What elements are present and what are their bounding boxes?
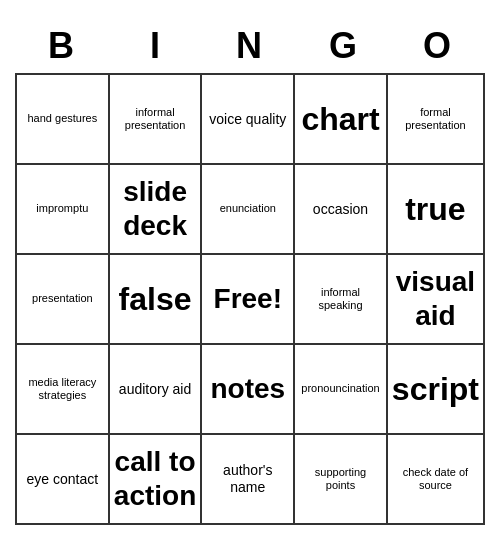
header-letter: O — [391, 19, 485, 73]
bingo-cell: true — [388, 165, 485, 255]
cell-text: visual aid — [392, 265, 479, 332]
cell-text: media literacy strategies — [21, 376, 104, 402]
cell-text: script — [392, 370, 479, 408]
bingo-cell: author's name — [202, 435, 295, 525]
cell-text: informal speaking — [299, 286, 382, 312]
bingo-cell: slide deck — [110, 165, 203, 255]
cell-text: enunciation — [220, 202, 276, 215]
cell-text: notes — [210, 372, 285, 406]
bingo-cell: formal presentation — [388, 75, 485, 165]
bingo-cell: chart — [295, 75, 388, 165]
bingo-cell: visual aid — [388, 255, 485, 345]
bingo-cell: check date of source — [388, 435, 485, 525]
bingo-grid: hand gesturesinformal presentationvoice … — [15, 73, 485, 525]
cell-text: eye contact — [27, 471, 99, 488]
cell-text: informal presentation — [114, 106, 197, 132]
bingo-cell: script — [388, 345, 485, 435]
bingo-cell: false — [110, 255, 203, 345]
cell-text: supporting points — [299, 466, 382, 492]
bingo-cell: media literacy strategies — [17, 345, 110, 435]
cell-text: hand gestures — [27, 112, 97, 125]
bingo-cell: auditory aid — [110, 345, 203, 435]
bingo-cell: eye contact — [17, 435, 110, 525]
bingo-cell: supporting points — [295, 435, 388, 525]
cell-text: presentation — [32, 292, 93, 305]
header-letter: G — [297, 19, 391, 73]
cell-text: author's name — [206, 462, 289, 496]
bingo-cell: pronouncination — [295, 345, 388, 435]
header-letter: B — [15, 19, 109, 73]
cell-text: auditory aid — [119, 381, 191, 398]
bingo-header: BINGO — [15, 19, 485, 73]
bingo-cell: informal presentation — [110, 75, 203, 165]
cell-text: call to action — [114, 445, 197, 512]
bingo-cell: call to action — [110, 435, 203, 525]
cell-text: Free! — [214, 282, 282, 316]
bingo-cell: occasion — [295, 165, 388, 255]
cell-text: slide deck — [114, 175, 197, 242]
bingo-cell: enunciation — [202, 165, 295, 255]
cell-text: chart — [301, 100, 379, 138]
cell-text: formal presentation — [392, 106, 479, 132]
header-letter: N — [203, 19, 297, 73]
bingo-cell: notes — [202, 345, 295, 435]
bingo-cell: Free! — [202, 255, 295, 345]
cell-text: true — [405, 190, 465, 228]
cell-text: pronouncination — [301, 382, 379, 395]
bingo-cell: informal speaking — [295, 255, 388, 345]
cell-text: false — [119, 280, 192, 318]
bingo-card: BINGO hand gesturesinformal presentation… — [15, 19, 485, 525]
cell-text: impromptu — [36, 202, 88, 215]
cell-text: check date of source — [392, 466, 479, 492]
header-letter: I — [109, 19, 203, 73]
bingo-cell: presentation — [17, 255, 110, 345]
bingo-cell: hand gestures — [17, 75, 110, 165]
bingo-cell: impromptu — [17, 165, 110, 255]
cell-text: voice quality — [209, 111, 286, 128]
bingo-cell: voice quality — [202, 75, 295, 165]
cell-text: occasion — [313, 201, 368, 218]
